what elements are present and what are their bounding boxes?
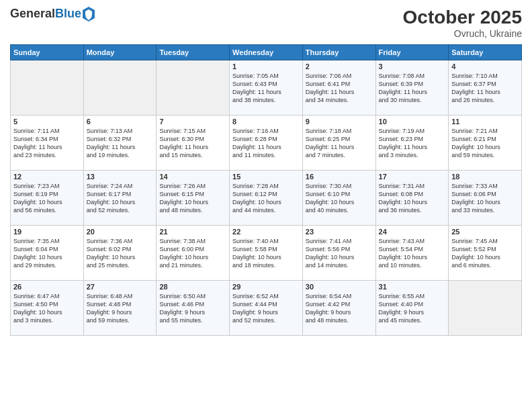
day-info: Sunrise: 6:48 AM Sunset: 4:48 PM Dayligh… <box>87 292 154 325</box>
day-number: 22 <box>232 228 300 236</box>
day-number: 24 <box>379 228 446 236</box>
day-number: 11 <box>451 118 519 126</box>
day-number: 4 <box>451 62 519 71</box>
table-row: 31Sunrise: 6:55 AM Sunset: 4:40 PM Dayli… <box>375 281 449 336</box>
day-info: Sunrise: 7:35 AM Sunset: 6:04 PM Dayligh… <box>13 237 81 270</box>
day-info: Sunrise: 7:19 AM Sunset: 6:23 PM Dayligh… <box>379 127 446 160</box>
day-number: 28 <box>159 283 226 291</box>
day-number: 23 <box>306 228 373 236</box>
day-number: 9 <box>306 118 373 126</box>
day-number: 16 <box>306 173 373 181</box>
day-number: 2 <box>306 62 373 71</box>
day-number: 7 <box>159 118 226 126</box>
title-block: October 2025 Ovruch, Ukraine <box>403 7 522 39</box>
table-row: 24Sunrise: 7:43 AM Sunset: 5:54 PM Dayli… <box>375 226 449 281</box>
day-info: Sunrise: 7:11 AM Sunset: 6:34 PM Dayligh… <box>13 127 81 160</box>
day-number: 18 <box>451 173 519 181</box>
day-number: 21 <box>159 228 226 236</box>
day-number: 1 <box>232 62 300 71</box>
calendar-week-row: 19Sunrise: 7:35 AM Sunset: 6:04 PM Dayli… <box>11 226 522 281</box>
day-number: 12 <box>13 173 81 181</box>
day-number: 29 <box>232 283 300 291</box>
month-title: October 2025 <box>403 7 522 28</box>
day-info: Sunrise: 7:40 AM Sunset: 5:58 PM Dayligh… <box>232 237 300 270</box>
day-info: Sunrise: 7:08 AM Sunset: 6:39 PM Dayligh… <box>379 72 446 105</box>
day-info: Sunrise: 6:54 AM Sunset: 4:42 PM Dayligh… <box>306 292 373 325</box>
col-saturday: Saturday <box>449 45 522 60</box>
day-info: Sunrise: 7:18 AM Sunset: 6:25 PM Dayligh… <box>306 127 373 160</box>
day-number: 15 <box>232 173 300 181</box>
day-info: Sunrise: 7:06 AM Sunset: 6:41 PM Dayligh… <box>306 72 373 105</box>
day-number: 27 <box>87 283 154 291</box>
calendar-week-row: 5Sunrise: 7:11 AM Sunset: 6:34 PM Daylig… <box>11 116 522 171</box>
col-sunday: Sunday <box>11 45 84 60</box>
day-info: Sunrise: 7:16 AM Sunset: 6:28 PM Dayligh… <box>232 127 300 160</box>
table-row: 19Sunrise: 7:35 AM Sunset: 6:04 PM Dayli… <box>11 226 84 281</box>
day-info: Sunrise: 7:28 AM Sunset: 6:12 PM Dayligh… <box>232 182 300 215</box>
table-row: 2Sunrise: 7:06 AM Sunset: 6:41 PM Daylig… <box>302 60 375 116</box>
table-row: 4Sunrise: 7:10 AM Sunset: 6:37 PM Daylig… <box>449 60 522 116</box>
table-row: 11Sunrise: 7:21 AM Sunset: 6:21 PM Dayli… <box>449 116 522 171</box>
calendar-header: GeneralBlue October 2025 Ovruch, Ukraine <box>10 7 522 39</box>
table-row: 6Sunrise: 7:13 AM Sunset: 6:32 PM Daylig… <box>83 116 157 171</box>
calendar-table: Sunday Monday Tuesday Wednesday Thursday… <box>10 44 522 336</box>
day-number: 3 <box>379 62 446 71</box>
table-row: 22Sunrise: 7:40 AM Sunset: 5:58 PM Dayli… <box>230 226 303 281</box>
table-row: 12Sunrise: 7:23 AM Sunset: 6:19 PM Dayli… <box>11 171 84 226</box>
table-row: 7Sunrise: 7:15 AM Sunset: 6:30 PM Daylig… <box>157 116 230 171</box>
day-info: Sunrise: 7:10 AM Sunset: 6:37 PM Dayligh… <box>451 72 519 105</box>
table-row: 27Sunrise: 6:48 AM Sunset: 4:48 PM Dayli… <box>83 281 157 336</box>
table-row: 13Sunrise: 7:24 AM Sunset: 6:17 PM Dayli… <box>83 171 157 226</box>
table-row: 28Sunrise: 6:50 AM Sunset: 4:46 PM Dayli… <box>157 281 230 336</box>
table-row: 10Sunrise: 7:19 AM Sunset: 6:23 PM Dayli… <box>375 116 449 171</box>
col-tuesday: Tuesday <box>157 45 230 60</box>
table-row: 8Sunrise: 7:16 AM Sunset: 6:28 PM Daylig… <box>230 116 303 171</box>
day-info: Sunrise: 7:38 AM Sunset: 6:00 PM Dayligh… <box>159 237 226 270</box>
day-number: 14 <box>159 173 226 181</box>
table-row: 16Sunrise: 7:30 AM Sunset: 6:10 PM Dayli… <box>302 171 375 226</box>
day-info: Sunrise: 7:26 AM Sunset: 6:15 PM Dayligh… <box>159 182 226 215</box>
day-number: 19 <box>13 228 81 236</box>
col-thursday: Thursday <box>302 45 375 60</box>
table-row: 21Sunrise: 7:38 AM Sunset: 6:00 PM Dayli… <box>157 226 230 281</box>
day-number: 20 <box>87 228 154 236</box>
table-row: 1Sunrise: 7:05 AM Sunset: 6:43 PM Daylig… <box>230 60 303 116</box>
day-number: 25 <box>451 228 519 236</box>
table-row: 25Sunrise: 7:45 AM Sunset: 5:52 PM Dayli… <box>449 226 522 281</box>
day-info: Sunrise: 6:52 AM Sunset: 4:44 PM Dayligh… <box>232 292 300 325</box>
table-row: 30Sunrise: 6:54 AM Sunset: 4:42 PM Dayli… <box>302 281 375 336</box>
calendar-week-row: 1Sunrise: 7:05 AM Sunset: 6:43 PM Daylig… <box>11 60 522 116</box>
day-info: Sunrise: 6:55 AM Sunset: 4:40 PM Dayligh… <box>379 292 446 325</box>
day-number: 6 <box>87 118 154 126</box>
table-row: 29Sunrise: 6:52 AM Sunset: 4:44 PM Dayli… <box>230 281 303 336</box>
table-row <box>157 60 230 116</box>
table-row: 14Sunrise: 7:26 AM Sunset: 6:15 PM Dayli… <box>157 171 230 226</box>
day-info: Sunrise: 7:24 AM Sunset: 6:17 PM Dayligh… <box>87 182 154 215</box>
day-info: Sunrise: 7:43 AM Sunset: 5:54 PM Dayligh… <box>379 237 446 270</box>
day-info: Sunrise: 7:15 AM Sunset: 6:30 PM Dayligh… <box>159 127 226 160</box>
table-row: 5Sunrise: 7:11 AM Sunset: 6:34 PM Daylig… <box>11 116 84 171</box>
calendar-week-row: 26Sunrise: 6:47 AM Sunset: 4:50 PM Dayli… <box>11 281 522 336</box>
table-row: 9Sunrise: 7:18 AM Sunset: 6:25 PM Daylig… <box>302 116 375 171</box>
calendar-container: GeneralBlue October 2025 Ovruch, Ukraine… <box>0 0 532 342</box>
table-row <box>83 60 157 116</box>
day-number: 5 <box>13 118 81 126</box>
day-info: Sunrise: 7:13 AM Sunset: 6:32 PM Dayligh… <box>87 127 154 160</box>
table-row: 20Sunrise: 7:36 AM Sunset: 6:02 PM Dayli… <box>83 226 157 281</box>
table-row: 3Sunrise: 7:08 AM Sunset: 6:39 PM Daylig… <box>375 60 449 116</box>
table-row <box>11 60 84 116</box>
col-friday: Friday <box>375 45 449 60</box>
day-info: Sunrise: 7:30 AM Sunset: 6:10 PM Dayligh… <box>306 182 373 215</box>
col-wednesday: Wednesday <box>230 45 303 60</box>
day-info: Sunrise: 7:31 AM Sunset: 6:08 PM Dayligh… <box>379 182 446 215</box>
day-info: Sunrise: 7:23 AM Sunset: 6:19 PM Dayligh… <box>13 182 81 215</box>
col-monday: Monday <box>83 45 157 60</box>
table-row: 23Sunrise: 7:41 AM Sunset: 5:56 PM Dayli… <box>302 226 375 281</box>
day-number: 26 <box>13 283 81 291</box>
day-info: Sunrise: 6:50 AM Sunset: 4:46 PM Dayligh… <box>159 292 226 325</box>
day-info: Sunrise: 7:36 AM Sunset: 6:02 PM Dayligh… <box>87 237 154 270</box>
table-row: 15Sunrise: 7:28 AM Sunset: 6:12 PM Dayli… <box>230 171 303 226</box>
table-row: 26Sunrise: 6:47 AM Sunset: 4:50 PM Dayli… <box>11 281 84 336</box>
logo: GeneralBlue <box>10 7 95 21</box>
table-row: 18Sunrise: 7:33 AM Sunset: 6:06 PM Dayli… <box>449 171 522 226</box>
